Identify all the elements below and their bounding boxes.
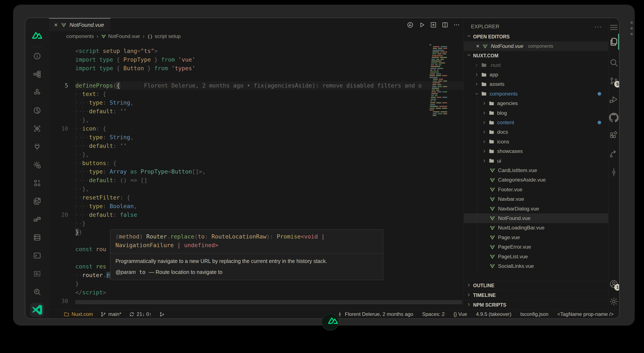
tree-item-PageList.vue[interactable]: PageList.vue bbox=[464, 252, 608, 261]
devtools-inspect-dashed-box-button[interactable] bbox=[28, 265, 46, 283]
minimap[interactable] bbox=[430, 44, 447, 117]
chev-right-icon bbox=[466, 283, 472, 288]
devtools-terminal-button[interactable] bbox=[28, 247, 46, 265]
breadcrumb-item[interactable]: {}script setup bbox=[147, 33, 180, 39]
status-item-{} Vue[interactable]: {} Vue bbox=[454, 311, 467, 317]
status-item-4.9.5 (takeover)[interactable]: 4.9.5 (takeover) bbox=[476, 311, 512, 317]
code-editor[interactable]: 5102030 <script setup lang="ts">import t… bbox=[49, 41, 464, 310]
devtools-modules-cube-button[interactable] bbox=[28, 120, 46, 138]
tree-item-SocialLinks.vue[interactable]: SocialLinks.vue bbox=[464, 261, 608, 271]
close-icon[interactable]: × bbox=[476, 43, 480, 49]
close-icon[interactable]: × bbox=[54, 22, 58, 28]
code-line-13: ··}, bbox=[75, 150, 464, 159]
tree-item-CategoriesAside.vue[interactable]: CategoriesAside.vue bbox=[464, 175, 608, 185]
tab-notfound-vue[interactable]: × NotFound.vue bbox=[49, 18, 110, 31]
activity-menu-button[interactable] bbox=[609, 22, 619, 32]
more-ellipsis-button[interactable] bbox=[453, 21, 460, 28]
devtools-open-graph-search-button[interactable] bbox=[28, 283, 46, 301]
code-line-19: ····type: Boolean, bbox=[75, 202, 464, 211]
split-editor-button[interactable] bbox=[442, 21, 448, 28]
tree-item-agencies[interactable]: agencies bbox=[464, 99, 608, 108]
indent-guide bbox=[76, 90, 76, 228]
tree-item-.nuxt[interactable]: .nuxt bbox=[464, 60, 608, 70]
editor-group: × NotFound.vue components›NotFound.vue›{… bbox=[49, 18, 464, 310]
section-workspace[interactable]: NUXT.COM bbox=[464, 51, 608, 60]
tree-item-Page.vue[interactable]: Page.vue bbox=[464, 233, 608, 242]
open-editor-NotFound.vue[interactable]: ×NotFound.vuecomponents bbox=[464, 41, 608, 51]
devtools-info-button[interactable] bbox=[28, 47, 46, 65]
modified-dot bbox=[598, 92, 601, 95]
code-line-14: ··buttons: { bbox=[75, 159, 464, 168]
code-line-16: ····default: () => [] bbox=[75, 176, 464, 185]
nuxt-logo-icon[interactable] bbox=[32, 30, 42, 40]
activity-source-control-button[interactable]: 5 bbox=[609, 76, 619, 86]
chev-right-icon bbox=[482, 101, 486, 106]
nuxt-devtools-toggle-button[interactable] bbox=[322, 313, 339, 331]
devtools-imports-swirl-button[interactable] bbox=[28, 101, 46, 120]
add-square-button[interactable] bbox=[430, 21, 437, 28]
plugins-plug-icon bbox=[33, 143, 41, 151]
devtools-storage-server-button[interactable] bbox=[28, 228, 46, 247]
vue-icon bbox=[490, 225, 495, 231]
tree-item-docs[interactable]: docs bbox=[464, 127, 608, 137]
section-outline[interactable]: OUTLINE bbox=[464, 281, 608, 290]
breadcrumb-item[interactable]: NotFound.vue bbox=[101, 33, 140, 39]
tree-item-NotFound.vue[interactable]: NotFound.vue bbox=[464, 213, 608, 223]
devtools-server-routes-link-button[interactable] bbox=[28, 210, 46, 228]
tree-item-PageError.vue[interactable]: PageError.vue bbox=[464, 242, 608, 252]
timeline-versions-button[interactable] bbox=[406, 21, 414, 28]
badge: 5 bbox=[614, 81, 620, 87]
tree-item-label: icons bbox=[497, 139, 509, 145]
activity-explorer-files-button[interactable] bbox=[609, 37, 619, 47]
tree-item-app[interactable]: app bbox=[464, 70, 608, 79]
tooltip-param: @param to — Route location to navigate t… bbox=[110, 266, 383, 280]
activity-settings-gear-button[interactable] bbox=[609, 297, 619, 306]
devtools-plugins-plug-button[interactable] bbox=[28, 138, 46, 156]
tree-item-NavbarDialog.vue[interactable]: NavbarDialog.vue bbox=[464, 204, 608, 213]
tree-item-CardListItem.vue[interactable]: CardListItem.vue bbox=[464, 166, 608, 175]
status-item-Florent Delerue, 2 months ago[interactable]: Florent Delerue, 2 months ago bbox=[337, 311, 413, 317]
devtools-pages-tree-button[interactable] bbox=[28, 65, 46, 83]
tree-item-assets[interactable]: assets bbox=[464, 79, 608, 89]
devtools-assets-images-button[interactable] bbox=[28, 192, 46, 210]
activity-search-button[interactable] bbox=[609, 58, 619, 67]
tree-item-blog[interactable]: blog bbox=[464, 108, 608, 118]
status-item-tsconfig.json[interactable]: tsconfig.json bbox=[520, 311, 548, 317]
tree-item-content[interactable]: content bbox=[464, 118, 608, 127]
activity-extensions-button[interactable] bbox=[609, 131, 619, 141]
status-item-Nuxt.com[interactable]: Nuxt.com bbox=[64, 311, 93, 317]
code-line-11: ····type: String, bbox=[75, 133, 464, 142]
status-item-Spaces: 2[interactable]: Spaces: 2 bbox=[422, 311, 444, 317]
folder-icon bbox=[489, 101, 494, 106]
activity-run-debug-button[interactable] bbox=[609, 95, 619, 104]
activity-github-button[interactable] bbox=[609, 113, 619, 122]
tree-item-NuxtLoadingBar.vue[interactable]: NuxtLoadingBar.vue bbox=[464, 223, 608, 233]
horizontal-scrollbar[interactable] bbox=[75, 300, 462, 304]
section-timeline[interactable]: TIMELINE bbox=[464, 290, 608, 300]
tree-item-label: CategoriesAside.vue bbox=[498, 177, 546, 183]
folder-icon bbox=[489, 158, 494, 164]
devtools-runtime-configs-gear-button[interactable] bbox=[28, 156, 46, 174]
status-item-main*[interactable]: main* bbox=[100, 311, 121, 317]
tree-item-icons[interactable]: icons bbox=[464, 137, 608, 146]
tree-item-components[interactable]: components bbox=[464, 89, 608, 98]
tree-item-ui[interactable]: ui bbox=[464, 156, 608, 166]
status-item-21↓ 0↑[interactable]: 21↓ 0↑ bbox=[129, 311, 152, 317]
hover-tooltip: (method) Router.replace(to: RouteLocatio… bbox=[110, 229, 383, 280]
devtools-vscode-tab[interactable] bbox=[30, 303, 44, 317]
section-npm-scripts[interactable]: NPM SCRIPTS bbox=[464, 300, 608, 310]
status-item-git-graph[interactable] bbox=[159, 312, 165, 317]
activity-commit-pin-button[interactable] bbox=[609, 167, 619, 177]
breadcrumb-item[interactable]: components bbox=[66, 33, 94, 39]
status-item-<TagName prop-name />[interactable]: <TagName prop-name /> bbox=[557, 311, 614, 317]
tree-item-Footer.vue[interactable]: Footer.vue bbox=[464, 185, 608, 194]
tree-item-showcases[interactable]: showcases bbox=[464, 147, 608, 156]
devtools-components-hexagons-button[interactable] bbox=[28, 83, 46, 101]
section-open-editors[interactable]: OPEN EDITORS bbox=[464, 32, 608, 41]
devtools-composables-circles-button[interactable] bbox=[28, 174, 46, 192]
run-play-button[interactable] bbox=[418, 21, 426, 28]
activity-live-share-button[interactable] bbox=[609, 149, 619, 159]
tree-item-Navbar.vue[interactable]: Navbar.vue bbox=[464, 194, 608, 204]
more-actions-icon[interactable]: ··· bbox=[594, 23, 602, 30]
activity-account-button[interactable]: 1 bbox=[609, 279, 619, 289]
